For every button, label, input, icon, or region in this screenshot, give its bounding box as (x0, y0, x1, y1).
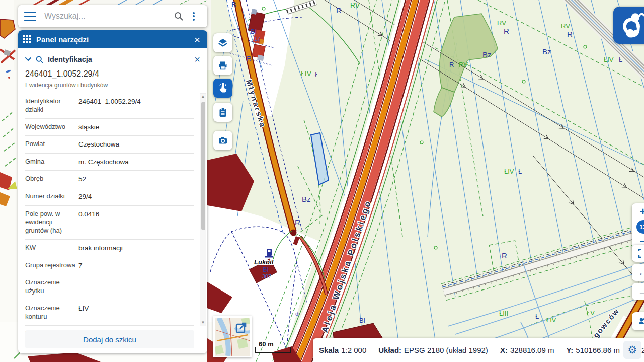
scroll-down-arrow[interactable]: ▼ (200, 320, 206, 326)
row-value: 7 (78, 261, 83, 270)
status-bar: Skala 1:2 000 Układ: EPSG 2180 (układ 19… (313, 338, 644, 362)
svg-text:ŁIV: ŁIV (504, 168, 514, 175)
scrollbar-thumb[interactable] (201, 102, 205, 230)
row-label: Identyfikator działki (25, 97, 75, 114)
panel-close-button[interactable]: × (192, 34, 202, 45)
svg-text:R: R (336, 6, 342, 15)
parcel-id-heading: 246401_1.0052.29/4 (25, 69, 99, 79)
row-label: Województwo (25, 123, 75, 132)
gear-icon: ⚙ (628, 344, 637, 356)
settings-button[interactable]: ⚙ (623, 341, 641, 359)
app-window: B Bi 17 B ŁIV Ł R RV RV R RV R Bz Bz R R… (0, 0, 644, 362)
table-row: Oznaczenie użytku (25, 274, 194, 300)
row-label: Oznaczenie konturu (25, 304, 75, 321)
row-value: ŁIV (78, 304, 89, 321)
grid-icon (23, 35, 31, 43)
row-label: Gmina (25, 158, 75, 167)
row-value: śląskie (78, 123, 99, 132)
row-label: Powiat (25, 140, 75, 149)
full-extent-icon (638, 249, 644, 258)
section-title: Identyfikacja (48, 55, 194, 63)
section-close-button[interactable]: × (194, 54, 200, 64)
scroll-up-arrow[interactable]: ▲ (200, 94, 206, 100)
panel-title: Panel narzędzi (36, 35, 192, 44)
row-label: Pole pow. w ewidencji gruntów (ha) (25, 210, 75, 236)
row-label: Oznaczenie użytku (25, 278, 75, 296)
svg-text:RV: RV (497, 19, 506, 27)
full-extent-button[interactable] (632, 245, 644, 262)
logo-g-icon (617, 11, 644, 40)
row-value: 29/4 (78, 192, 92, 201)
menu-icon[interactable] (24, 12, 36, 21)
identify-tool-button[interactable] (213, 79, 232, 98)
crs-label: Układ: (378, 346, 401, 354)
zoom-in-button[interactable]: + (632, 205, 644, 219)
table-row: Województwo śląskie (25, 119, 194, 136)
camera-icon (217, 135, 228, 146)
row-value: 246401_1.0052.29/4 (78, 97, 141, 114)
y-value: 510166.86 m (576, 346, 620, 354)
search-bar (18, 5, 207, 27)
open-minimap-icon[interactable] (235, 321, 248, 333)
touch-pointer-icon (217, 83, 228, 94)
svg-text:B: B (231, 0, 236, 9)
x-value: 328816.09 m (510, 346, 554, 354)
users-icon (637, 316, 644, 327)
add-to-sketch-button[interactable]: Dodaj do szkicu (25, 330, 194, 348)
row-value: m. Częstochowa (78, 158, 129, 167)
more-options-icon[interactable] (186, 9, 201, 24)
svg-text:R: R (449, 61, 454, 68)
svg-text:dr: dr (295, 311, 300, 317)
crs-readout: Układ: EPSG 2180 (układ 1992) (378, 346, 488, 354)
layers-icon (217, 37, 228, 48)
row-value: brak informacji (78, 244, 123, 253)
table-row: Powiat Częstochowa (25, 136, 194, 154)
print-button[interactable] (213, 56, 232, 75)
svg-text:17: 17 (254, 36, 260, 42)
overview-minimap[interactable] (213, 316, 252, 357)
table-row: Obręb 52 (25, 171, 194, 188)
svg-text:R: R (295, 218, 300, 227)
printer-icon (217, 60, 228, 71)
layers-button[interactable] (213, 33, 232, 52)
svg-text:Bz: Bz (542, 47, 551, 56)
x-coordinate: X: 328816.09 m (500, 346, 554, 354)
table-row: Numer działki 29/4 (25, 188, 194, 206)
map-toolbar (213, 33, 232, 154)
row-label: Numer działki (25, 192, 75, 201)
svg-text:Bi: Bi (263, 266, 269, 273)
clipboard-button[interactable] (213, 103, 232, 122)
search-input[interactable] (43, 11, 171, 21)
dataset-subtitle: Ewidencja gruntów i budynków (25, 82, 108, 89)
svg-text:ŁIV: ŁIV (301, 69, 312, 78)
svg-text:Ł: Ł (535, 313, 539, 320)
svg-text:ŁIV: ŁIV (546, 316, 556, 324)
panel-scrollbar[interactable]: ▲ ▼ (200, 93, 206, 326)
table-row: Gmina m. Częstochowa (25, 154, 194, 171)
svg-text:R: R (502, 251, 507, 260)
table-row: KW brak informacji (25, 240, 194, 257)
svg-text:R: R (567, 30, 573, 38)
svg-text:Bz: Bz (302, 195, 311, 203)
svg-text:RV: RV (350, 1, 360, 9)
svg-text:Bz: Bz (482, 50, 492, 59)
table-row: Pole pow. w ewidencji gruntów (ha) 0.041… (25, 206, 194, 240)
svg-text:ŁV: ŁV (587, 309, 595, 317)
attribute-table: Identyfikator działki 246401_1.0052.29/4… (25, 93, 194, 351)
row-value: 0.0416 (78, 210, 99, 236)
geoportal-logo[interactable] (613, 7, 644, 44)
clipboard-icon (217, 107, 228, 118)
next-view-button[interactable]: → (632, 283, 644, 300)
x-label: X: (500, 346, 508, 354)
row-value: Częstochowa (78, 140, 119, 149)
previous-view-button[interactable]: ← (632, 264, 644, 281)
table-row: Grupa rejestrowa 7 (25, 257, 194, 275)
svg-text:307: 307 (262, 273, 271, 279)
scale-bar: 60 m (255, 340, 291, 353)
identify-icon (35, 55, 44, 64)
community-button[interactable] (632, 312, 644, 330)
screenshot-button[interactable] (213, 131, 232, 150)
chevron-down-icon[interactable] (25, 57, 31, 61)
svg-text:R: R (504, 27, 509, 35)
search-icon[interactable] (171, 9, 186, 24)
